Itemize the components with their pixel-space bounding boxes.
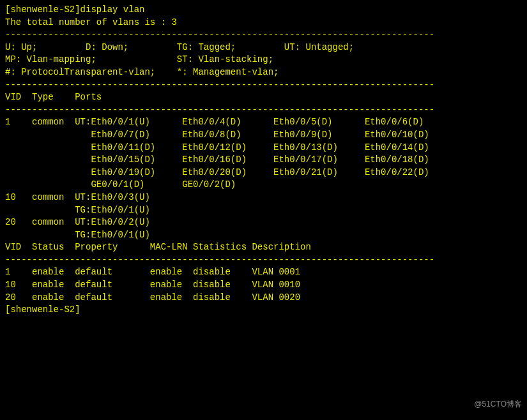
legend-line-3: #: ProtocolTransparent-vlan; *: Manageme…	[5, 66, 522, 79]
prompt-line: [shenwenle-S2]display vlan	[5, 4, 522, 17]
table-row: TG:Eth0/0/1(U)	[5, 204, 522, 217]
table-row: 1 enable default enable disable VLAN 000…	[5, 266, 522, 279]
divider: ----------------------------------------…	[5, 29, 522, 41]
table-row: Eth0/0/7(D) Eth0/0/8(D) Eth0/0/9(D) Eth0…	[5, 129, 522, 142]
ports-header: VID Type Ports	[5, 91, 522, 104]
divider: ----------------------------------------…	[5, 79, 522, 92]
prompt-line: [shenwenle-S2]	[5, 304, 522, 317]
total-vlans-line: The total number of vlans is : 3	[5, 17, 522, 29]
table-row: Eth0/0/11(D) Eth0/0/12(D) Eth0/0/13(D) E…	[5, 142, 522, 154]
table-row: Eth0/0/19(D) Eth0/0/20(D) Eth0/0/21(D) E…	[5, 167, 522, 179]
table-row: 10 enable default enable disable VLAN 00…	[5, 279, 522, 292]
table-row: 10 common UT:Eth0/0/3(U)	[5, 191, 522, 204]
table-row: TG:Eth0/0/1(U)	[5, 229, 522, 242]
status-header: VID Status Property MAC-LRN Statistics D…	[5, 241, 522, 254]
table-row: 20 common UT:Eth0/0/2(U)	[5, 216, 522, 229]
divider: ----------------------------------------…	[5, 104, 522, 117]
table-row: GE0/0/1(D) GE0/0/2(D)	[5, 179, 522, 191]
table-row: 1 common UT:Eth0/0/1(U) Eth0/0/4(D) Eth0…	[5, 116, 522, 129]
legend-line-1: U: Up; D: Down; TG: Tagged; UT: Untagged…	[5, 41, 522, 54]
legend-line-2: MP: Vlan-mapping; ST: Vlan-stacking;	[5, 54, 522, 66]
table-row: 20 enable default enable disable VLAN 00…	[5, 292, 522, 304]
divider: ----------------------------------------…	[5, 254, 522, 267]
table-row: Eth0/0/15(D) Eth0/0/16(D) Eth0/0/17(D) E…	[5, 154, 522, 167]
